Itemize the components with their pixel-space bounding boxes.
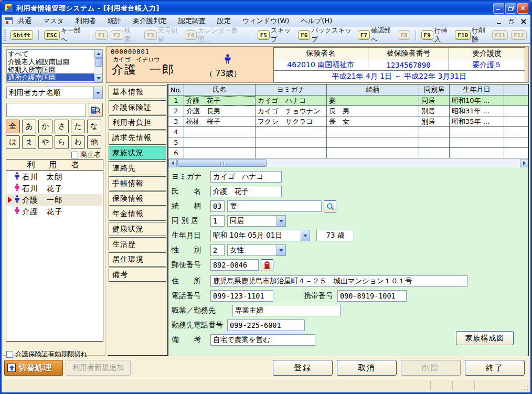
mdi-minimize-button[interactable] — [495, 17, 503, 24]
facility-item-0[interactable]: すべて — [7, 50, 94, 58]
kana-filter-全[interactable]: 全 — [6, 120, 20, 133]
living-select[interactable]: 同居 — [227, 215, 286, 227]
tab-1[interactable]: 介護保険証 — [109, 100, 166, 114]
user-list-item-0[interactable]: 石川 太朗 — [6, 171, 103, 183]
menu-item-4[interactable]: 要介護判定 — [133, 16, 167, 26]
menu-item-6[interactable]: 設定 — [217, 16, 231, 26]
name-input[interactable] — [210, 186, 282, 197]
menu-item-0[interactable]: 共通 — [18, 16, 31, 26]
menu-item-8[interactable]: ヘルプ(H) — [301, 16, 332, 26]
toolbar-f6-button[interactable]: F6バックスキップ — [298, 26, 354, 44]
family-chart-button[interactable]: 家族構成図 — [456, 331, 514, 345]
kana-filter-ら[interactable]: ら — [55, 135, 69, 149]
chevron-down-icon[interactable] — [276, 245, 285, 255]
user-list-item-2[interactable]: 介護 一郎 — [6, 194, 103, 206]
user-list-item-1[interactable]: 石川 花子 — [6, 183, 103, 194]
cancel-button[interactable]: 取消 — [337, 360, 397, 376]
menu-item-2[interactable]: 利用者 — [76, 16, 96, 26]
relation-value-input[interactable] — [227, 200, 322, 212]
facility-item-3[interactable]: 通所介護南国園 — [7, 73, 94, 81]
exit-button[interactable]: 終了 — [465, 360, 525, 376]
minimize-button[interactable] — [493, 3, 504, 14]
scroll-down-icon[interactable] — [94, 74, 103, 82]
discontinued-checkbox[interactable] — [71, 152, 78, 158]
search-button[interactable] — [89, 103, 103, 117]
tab-9[interactable]: 健康状況 — [109, 222, 166, 236]
register-button[interactable]: 登録 — [273, 360, 333, 376]
table-row-4[interactable]: 5 — [168, 137, 528, 148]
close-button[interactable] — [517, 3, 528, 14]
tab-8[interactable]: 年金情報 — [109, 207, 166, 221]
kana-filter-か[interactable]: か — [38, 120, 52, 133]
table-row-1[interactable]: 2介護 長男カイゴ チョウナン長 男別居昭和31年 ... — [168, 106, 528, 116]
menu-item-7[interactable]: ウィンドウ(W) — [242, 16, 290, 26]
kana-filter-は[interactable]: は — [6, 135, 20, 149]
table-row-5[interactable]: 6 — [168, 148, 528, 158]
chevron-down-icon[interactable] — [301, 230, 310, 241]
tab-12[interactable]: 備考 — [109, 268, 166, 282]
facility-item-2[interactable]: 短期入所南国園 — [7, 66, 94, 73]
insurance-expired-checkbox[interactable] — [6, 351, 13, 358]
sort-order-select[interactable]: 利用者カナ名順 — [6, 87, 103, 99]
gender-code-input[interactable] — [210, 244, 225, 256]
hscroll-thumb[interactable] — [177, 159, 267, 167]
toolbar-grip[interactable] — [4, 29, 6, 41]
address-input[interactable] — [210, 275, 467, 287]
table-row-3[interactable]: 4 — [168, 127, 528, 137]
postal-lookup-button[interactable] — [261, 259, 273, 271]
scroll-up-icon[interactable] — [94, 50, 103, 58]
tab-6[interactable]: 手帳情報 — [109, 176, 166, 190]
postal-input[interactable] — [210, 259, 259, 271]
toolbar-f7-button[interactable]: F7確認部へ — [358, 26, 395, 44]
user-list-item-3[interactable]: 介護 花子 — [6, 206, 103, 217]
tab-5[interactable]: 連絡先 — [109, 161, 166, 175]
yomigana-input[interactable] — [210, 171, 282, 183]
table-row-0[interactable]: 1介護 花子カイゴ ハナコ妻同居昭和10年 ... — [168, 95, 528, 106]
kana-filter-あ[interactable]: あ — [22, 120, 36, 133]
resize-grip[interactable] — [523, 385, 529, 391]
tab-0[interactable]: 基本情報 — [109, 85, 166, 99]
tab-10[interactable]: 生活歴 — [109, 237, 166, 251]
tab-4[interactable]: 家族状況 — [109, 146, 166, 160]
toolbar-f10-button[interactable]: F10行削除 — [455, 26, 489, 44]
mobile-input[interactable] — [337, 290, 407, 302]
tab-7[interactable]: 保険情報 — [109, 191, 166, 206]
chevron-down-icon[interactable] — [276, 216, 285, 226]
occupation-input[interactable] — [232, 305, 341, 316]
chevron-down-icon[interactable] — [93, 87, 102, 99]
kana-filter-わ[interactable]: わ — [71, 135, 85, 149]
facility-listbox[interactable]: すべて介護老人施設南国園短期入所南国園通所介護南国園 — [6, 49, 103, 83]
living-code-input[interactable] — [210, 215, 225, 227]
restore-button[interactable] — [505, 3, 516, 14]
relation-search-button[interactable] — [324, 200, 336, 212]
work-phone-input[interactable] — [227, 320, 305, 331]
kana-filter-た[interactable]: た — [71, 120, 85, 133]
switch-process-button[interactable]: 切替処理 — [4, 360, 63, 376]
tab-3[interactable]: 請求先情報 — [109, 131, 166, 145]
kana-filter-や[interactable]: や — [38, 135, 52, 149]
toolbar-f5-button[interactable]: F5スキップ — [258, 26, 295, 44]
family-table-hscrollbar[interactable] — [168, 159, 528, 167]
menu-item-3[interactable]: 統計 — [108, 16, 121, 26]
toolbar-f9-button[interactable]: F9行挿入 — [421, 26, 452, 44]
scroll-left-icon[interactable] — [168, 159, 177, 167]
scroll-right-icon[interactable] — [520, 159, 528, 167]
kana-filter-ま[interactable]: ま — [22, 135, 36, 149]
kana-filter-他[interactable]: 他 — [87, 135, 101, 149]
menu-item-1[interactable]: マスタ — [43, 16, 64, 26]
table-row-2[interactable]: 3福祉 桜子フクシ サクラコ長 女別居昭和35年 ... — [168, 116, 528, 127]
birthdate-select[interactable]: 昭和 10年 05月 01日 — [210, 230, 310, 241]
mdi-restore-button[interactable] — [507, 17, 515, 24]
toolbar-shift-button[interactable]: Shift — [10, 30, 33, 40]
mdi-close-button[interactable] — [519, 17, 527, 24]
toolbar-esc-button[interactable]: ESCキー部へ — [44, 26, 84, 44]
scroll-thumb[interactable] — [95, 58, 102, 67]
tab-11[interactable]: 居住環境 — [109, 252, 166, 267]
kana-filter-さ[interactable]: さ — [55, 120, 69, 133]
kana-filter-な[interactable]: な — [87, 120, 101, 133]
relation-code-input[interactable] — [210, 200, 225, 212]
facility-scrollbar[interactable] — [94, 50, 102, 82]
phone-input[interactable] — [210, 290, 273, 302]
facility-item-1[interactable]: 介護老人施設南国園 — [7, 58, 94, 66]
tab-2[interactable]: 利用者負担 — [109, 115, 166, 130]
